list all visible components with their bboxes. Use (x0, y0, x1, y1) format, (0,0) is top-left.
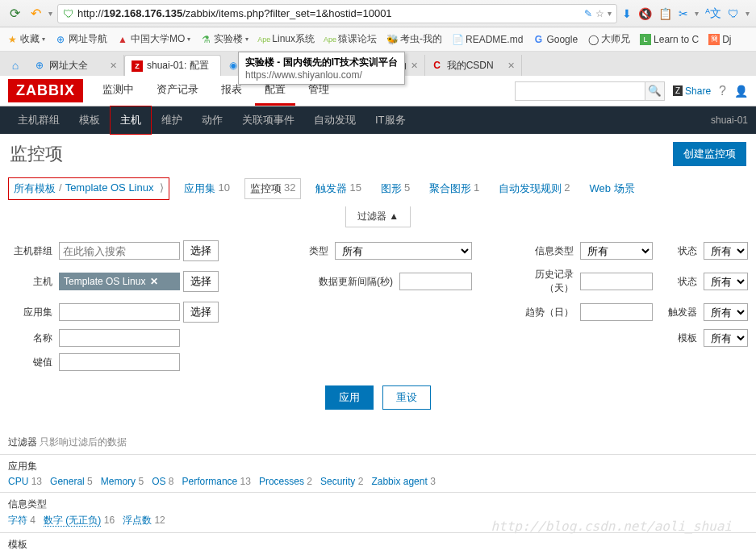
bc-all-templates[interactable]: 所有模板 (14, 181, 56, 196)
nav-monitoring[interactable]: 监测中 (93, 76, 144, 106)
app-input[interactable] (59, 303, 180, 321)
app-general[interactable]: General (50, 476, 85, 487)
star-icon: ★ (6, 34, 18, 45)
trend-input[interactable] (580, 303, 653, 321)
type-float[interactable]: 浮点数 (123, 515, 152, 526)
subnav-itservices[interactable]: IT服务 (365, 106, 416, 134)
bookmark-shiyanlou[interactable]: ⚗实验楼▾ (200, 32, 249, 46)
bc-template[interactable]: Template OS Linux (65, 181, 154, 196)
search-input[interactable] (516, 85, 645, 97)
help-icon[interactable]: ? (719, 84, 726, 98)
subnav-discovery[interactable]: 自动发现 (304, 106, 365, 134)
tab-web[interactable]: Web 场景 (585, 179, 640, 198)
bookmark-nav[interactable]: ⊕网址导航 (55, 32, 107, 46)
reload-icon[interactable]: ⟳ (6, 6, 23, 22)
subnav-actions[interactable]: 动作 (192, 106, 232, 134)
update-input[interactable] (399, 273, 472, 290)
app-processes[interactable]: Processes (259, 476, 304, 487)
hostgroup-select-button[interactable]: 选择 (183, 240, 219, 261)
bookmark-learnc[interactable]: LLearn to C (640, 34, 699, 45)
shield2-icon[interactable]: 🛡 (728, 7, 739, 20)
url-bar-container[interactable]: 🛡 http://192.168.176.135/zabbix/items.ph… (57, 4, 617, 23)
hostgroup-input[interactable] (59, 242, 180, 260)
app-os[interactable]: OS (152, 476, 165, 487)
subnav-hosts[interactable]: 主机 (110, 106, 152, 135)
bookmark-google[interactable]: GGoogle (533, 34, 578, 45)
type-select[interactable]: 所有 (335, 242, 472, 260)
back-icon[interactable]: ↶ (27, 6, 44, 22)
tab-graphs[interactable]: 图形5 (376, 179, 415, 198)
bee-icon: 🐝 (386, 34, 398, 45)
breadcrumb-box: 所有模板 / Template OS Linux ⟩ (8, 177, 169, 200)
google-icon: G (533, 34, 544, 45)
subnav-correlation[interactable]: 关联项事件 (232, 106, 304, 134)
bookmark-linux[interactable]: ApeLinux系统 (258, 32, 315, 46)
bookmark-dj[interactable]: 簡Dj (708, 34, 731, 45)
type-uint[interactable]: 数字 (无正负) (44, 515, 101, 527)
tab-screens[interactable]: 聚合图形1 (424, 179, 484, 198)
c-icon: L (640, 34, 651, 45)
app-security[interactable]: Security (320, 476, 355, 487)
bookmark-mooc[interactable]: ▲中国大学MO▾ (117, 32, 190, 46)
csdn-icon: C (432, 60, 443, 71)
apply-button[interactable]: 应用 (325, 385, 374, 410)
bookmark-forum[interactable]: Ape猿课论坛 (324, 32, 377, 46)
subnav-user[interactable]: shuai-01 (711, 115, 748, 126)
app-memory[interactable]: Memory (101, 476, 136, 487)
tab-2[interactable]: Zshuai-01: 配置 (124, 55, 221, 76)
infotype-select[interactable]: 所有 (580, 242, 653, 260)
subnav-hostgroups[interactable]: 主机群组 (8, 106, 69, 134)
translate-icon[interactable]: ᴬ文 (705, 6, 721, 21)
scissors-icon[interactable]: ✂ (679, 7, 688, 20)
close-icon[interactable]: ✕ (507, 60, 515, 71)
template-select[interactable]: 所有 (704, 329, 748, 347)
app-cpu[interactable]: CPU (8, 476, 28, 487)
filter-toggle[interactable]: 过滤器 ▲ (345, 206, 411, 227)
star-icon[interactable]: ☆ (595, 8, 604, 19)
tab-1[interactable]: ⊕网址大全✕ (27, 55, 124, 76)
name-input[interactable] (59, 329, 180, 347)
tab-5[interactable]: C我的CSDN✕ (425, 55, 522, 76)
video-icon[interactable]: 📋 (658, 7, 672, 20)
app-zabbixagent[interactable]: Zabbix agent (371, 476, 427, 487)
ape-icon: Ape (258, 34, 269, 45)
subnav-maintenance[interactable]: 维护 (152, 106, 192, 134)
mute-icon[interactable]: 🔇 (638, 7, 652, 20)
state-select[interactable]: 所有 (704, 242, 748, 260)
edit-icon[interactable]: ✎ (584, 8, 592, 19)
host-select-button[interactable]: 选择 (183, 271, 219, 292)
status-select[interactable]: 所有 (704, 273, 748, 290)
url-input[interactable]: http://192.168.176.135/zabbix/items.php?… (77, 7, 584, 19)
nav-inventory[interactable]: 资产记录 (147, 76, 208, 106)
bookmark-readme[interactable]: 📄README.md (452, 34, 523, 45)
tab-items[interactable]: 监控项32 (244, 178, 301, 199)
tab-applications[interactable]: 应用集10 (179, 179, 234, 198)
history-input[interactable] (580, 273, 653, 290)
share-link[interactable]: ZShare (673, 85, 711, 97)
bookmark-favorites[interactable]: ★收藏▾ (6, 32, 45, 46)
trigger-select[interactable]: 所有 (704, 303, 748, 321)
reset-button[interactable]: 重设 (382, 385, 431, 410)
app-performance[interactable]: Performance (182, 476, 238, 487)
sub-nav: 主机群组 模板 主机 维护 动作 关联项事件 自动发现 IT服务 shuai-0… (0, 106, 756, 134)
home-tab-icon[interactable]: ⌂ (3, 55, 27, 76)
search-button[interactable]: 🔍 (645, 82, 664, 100)
key-input[interactable] (59, 353, 180, 371)
tab-discovery[interactable]: 自动发现规则2 (494, 179, 574, 198)
close-icon[interactable]: ✕ (411, 60, 418, 71)
app-select-button[interactable]: 选择 (183, 302, 219, 323)
breadcrumb-tabs: 所有模板 / Template OS Linux ⟩ 应用集10 监控项32 触… (0, 174, 756, 203)
host-tag: Template OS Linux✕ (59, 273, 180, 290)
bookmark-kaochong[interactable]: 🐝考虫-我的 (386, 32, 442, 46)
user-icon[interactable]: 👤 (734, 85, 748, 98)
subnav-templates[interactable]: 模板 (69, 106, 110, 134)
type-char[interactable]: 字符 (8, 515, 27, 526)
zabbix-logo[interactable]: ZABBIX (8, 79, 83, 102)
download-icon[interactable]: ⬇ (622, 7, 632, 20)
create-item-button[interactable]: 创建监控项 (673, 142, 746, 166)
tab-triggers[interactable]: 触发器15 (311, 179, 365, 198)
close-icon[interactable]: ✕ (110, 60, 117, 71)
bookmark-dashixiong[interactable]: ◯大师兄 (587, 32, 630, 46)
globe-icon: ⊕ (34, 60, 45, 71)
remove-tag-icon[interactable]: ✕ (150, 276, 158, 287)
